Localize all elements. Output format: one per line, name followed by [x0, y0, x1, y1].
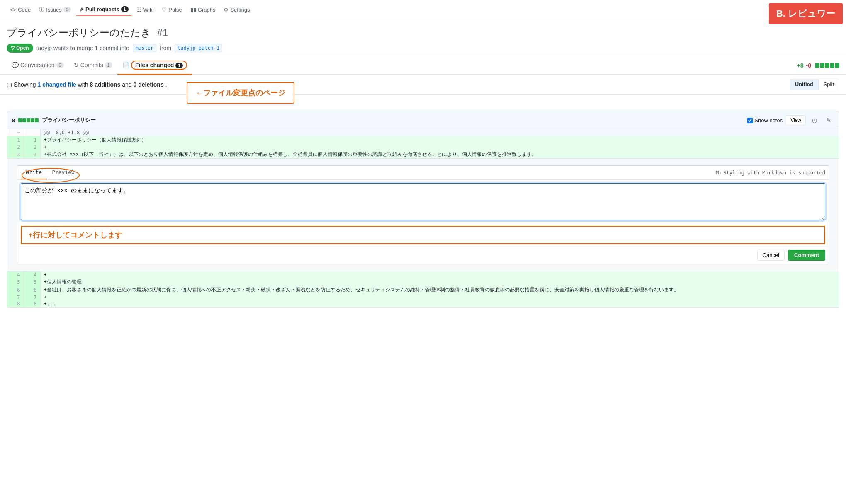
comment-inline-annotation: ↑行に対してコメントします [21, 226, 825, 244]
line-num-left-6: 6 [7, 286, 24, 294]
pull-request-icon: ⇗ [79, 6, 84, 12]
wiki-icon: ☷ [137, 7, 142, 13]
monitor-icon[interactable]: ◴ [809, 115, 820, 126]
show-notes-checkbox[interactable]: Show notes [747, 117, 783, 124]
conversation-icon: 💬 [12, 62, 19, 68]
head-branch[interactable]: tadyjp-patch-1 [175, 44, 222, 52]
split-button[interactable]: Split [818, 79, 839, 90]
line-num-right-8: 8 [24, 300, 40, 307]
line-num-left-3: 3 [7, 150, 24, 158]
tab-files-changed[interactable]: 📄 Files changed 1 [117, 56, 192, 75]
pulse-icon: ♡ [162, 7, 167, 13]
diff-hunk-header-row: ⋯ @@ -0,0 +1,8 @@ [7, 129, 839, 136]
line-num-left-4: 4 [7, 271, 24, 278]
additions-stat: +8 [797, 62, 804, 69]
from-text: from [160, 45, 171, 51]
comment-textarea[interactable] [21, 183, 825, 220]
pr-tabs: 💬 Conversation 0 ↻ Commits 1 📄 Files cha… [0, 56, 846, 75]
diff-table: ⋯ @@ -0,0 +1,8 @@ 1 1 +プライバシーポリシー（個人情報保護… [7, 129, 839, 307]
commits-icon: ↻ [74, 62, 79, 68]
unified-button[interactable]: Unified [790, 79, 818, 90]
comment-actions: Cancel Comment [17, 246, 829, 264]
change-bars [815, 63, 839, 68]
markdown-label: M↓ Styling with Markdown is supported [716, 166, 825, 179]
line-content-8: +... [40, 300, 839, 307]
line-content-4: + [40, 271, 839, 278]
comment-button[interactable]: Comment [788, 250, 825, 261]
md-icon: M↓ [716, 170, 722, 176]
changed-file-count: 1 changed file [37, 81, 76, 88]
diff-line-1: 1 1 +プライバシーポリシー（個人情報保護方針） [7, 136, 839, 144]
deletions-stat: -0 [806, 62, 811, 69]
diff-line-5: 5 5 +個人情報の管理 [7, 278, 839, 286]
diff-container: 8 プライバシーポリシー Show notes View ◴ ✎ [7, 111, 839, 308]
nav-graphs[interactable]: ▮▮ Graphs [187, 4, 219, 15]
tab-conversation[interactable]: 💬 Conversation 0 [7, 58, 69, 73]
line-content-5: +個人情報の管理 [40, 278, 839, 286]
graphs-icon: ▮▮ [190, 7, 196, 13]
pr-meta: ▽ Open tadyjp wants to merge 1 commit in… [7, 44, 839, 53]
line-content-6: +当社は、お客さまの個人情報を正確かつ最新の状態に保ち、個人情報への不正アクセス… [40, 286, 839, 294]
line-num-left-8: 8 [7, 300, 24, 307]
edit-icon[interactable]: ✎ [823, 115, 834, 126]
comment-box-tabs: Write Preview M↓ Styling with Markdown i… [17, 166, 829, 180]
nav-pull-requests[interactable]: ⇗ Pull requests 1 [76, 4, 132, 16]
line-num-left-2: 2 [7, 144, 24, 150]
line-num-right-4: 4 [24, 271, 40, 278]
line-content-1: +プライバシーポリシー（個人情報保護方針） [40, 136, 839, 144]
line-content-3: +株式会社 xxx（以下「当社」）は、以下のとおり個人情報保護方針を定め、個人情… [40, 150, 839, 158]
diff-line-6: 6 6 +当社は、お客さまの個人情報を正確かつ最新の状態に保ち、個人情報への不正… [7, 286, 839, 294]
view-button[interactable]: View [786, 115, 806, 125]
settings-icon: ⚙ [224, 7, 229, 13]
line-content-2: + [40, 144, 839, 150]
write-tab[interactable]: Write [21, 166, 47, 179]
diff-line-2: 2 2 + [7, 144, 839, 150]
open-badge: ▽ Open [7, 44, 33, 53]
green-blocks [18, 118, 39, 122]
line-num-right-1: 1 [24, 136, 40, 144]
base-branch[interactable]: master [133, 44, 156, 52]
pr-meta-text: tadyjp wants to merge 1 commit into [36, 45, 129, 51]
line-num-right-3: 3 [24, 150, 40, 158]
merge-icon: ▽ [11, 45, 15, 51]
line-num-right-5: 5 [24, 278, 40, 286]
diff-file-header: 8 プライバシーポリシー Show notes View ◴ ✎ [7, 111, 839, 129]
line-num-right-7: 7 [24, 294, 40, 300]
preview-tab[interactable]: Preview [47, 166, 80, 179]
files-icon: 📄 [122, 62, 129, 68]
nav-issues[interactable]: ⓘ Issues 0 [36, 3, 74, 16]
diff-file-actions: Show notes View ◴ ✎ [747, 115, 834, 126]
hunk-num-2 [24, 129, 40, 136]
nav-pulse[interactable]: ♡ Pulse [158, 4, 185, 15]
line-num-right-2: 2 [24, 144, 40, 150]
diff-line-4: 4 4 + [7, 271, 839, 278]
hunk-content: @@ -0,0 +1,8 @@ [40, 129, 839, 136]
code-icon: <> [10, 7, 16, 13]
nav-code[interactable]: <> Code [7, 4, 34, 15]
page-title: プライバシーポリシーのたたき #1 [7, 26, 839, 39]
reviewer-annotation: B. レビュワー [769, 3, 843, 24]
diff-line-8: 8 8 +... [7, 300, 839, 307]
line-content-7: + [40, 294, 839, 300]
comment-box: Write Preview M↓ Styling with Markdown i… [17, 165, 829, 264]
line-num-left-7: 7 [7, 294, 24, 300]
diff-file-title: 8 プライバシーポリシー [12, 116, 96, 124]
nav-settings[interactable]: ⚙ Settings [220, 4, 253, 15]
files-changed-annotation: ←ファイル変更点のページ [187, 82, 294, 104]
files-header: ▢ Showing 1 changed file with 8 addition… [0, 75, 846, 94]
tab-commits[interactable]: ↻ Commits 1 [69, 58, 117, 73]
diff-line-7: 7 7 + [7, 294, 839, 300]
line-num-left-1: 1 [7, 136, 24, 144]
diff-view-buttons: Unified Split [790, 79, 839, 90]
comment-textarea-wrap [17, 180, 829, 225]
line-num-right-6: 6 [24, 286, 40, 294]
pr-title-area: プライバシーポリシーのたたき #1 ▽ Open tadyjp wants to… [0, 19, 846, 56]
issues-icon: ⓘ [39, 6, 44, 13]
files-info: ▢ Showing 1 changed file with 8 addition… [7, 81, 167, 88]
hunk-num-1: ⋯ [7, 129, 24, 136]
show-notes-input[interactable] [747, 118, 753, 123]
diff-line-3: 3 3 +株式会社 xxx（以下「当社」）は、以下のとおり個人情報保護方針を定め… [7, 150, 839, 158]
file-icon: ▢ [7, 81, 12, 88]
cancel-button[interactable]: Cancel [757, 250, 785, 261]
nav-wiki[interactable]: ☷ Wiki [134, 4, 157, 15]
